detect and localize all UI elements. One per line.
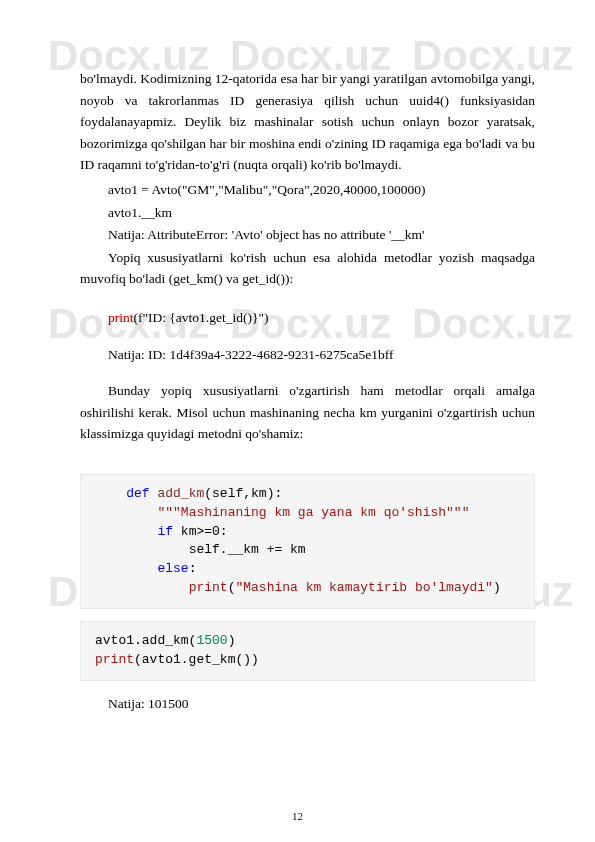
if-keyword: if	[157, 524, 173, 539]
code-call: avto1.add_km(	[95, 633, 196, 648]
print-fn: print	[189, 580, 228, 595]
result-1: Natija: AttributeError: 'Avto' object ha…	[80, 224, 535, 246]
print-args: (avto1.get_km())	[134, 652, 259, 667]
paren-close: )	[228, 633, 236, 648]
else-keyword: else	[157, 561, 188, 576]
number-literal: 1500	[196, 633, 227, 648]
document-content: bo'lmaydi. Kodimizning 12-qatorida esa h…	[0, 0, 595, 745]
paren-close: )	[493, 580, 501, 595]
def-keyword: def	[126, 486, 149, 501]
fn-params: (self,km):	[204, 486, 282, 501]
paragraph-1: bo'lmaydi. Kodimizning 12-qatorida esa h…	[80, 68, 535, 176]
print-args: (f"ID: {avto1.get_id()}")	[134, 310, 269, 325]
function-name: add_km	[150, 486, 205, 501]
page-number: 12	[0, 810, 595, 822]
result-2: Natija: ID: 1d4f39a4-3222-4682-9231-6275…	[80, 344, 535, 366]
print-keyword: print	[108, 310, 134, 325]
print-statement: print(f"ID: {avto1.get_id()}")	[80, 307, 535, 329]
colon: :	[189, 561, 197, 576]
code-line-2: avto1.__km	[80, 202, 535, 224]
paragraph-2: Yopiq xususiyatlarni ko'rish uchun esa a…	[80, 247, 535, 290]
paragraph-3: Bunday yopiq xususiyatlarni o'zgartirish…	[80, 380, 535, 445]
result-3: Natija: 101500	[80, 693, 535, 715]
print-fn: print	[95, 652, 134, 667]
code-statement: self.__km += km	[189, 542, 306, 557]
string-literal: "Mashina km kamaytirib bo'lmaydi"	[235, 580, 492, 595]
if-condition: km>=0:	[173, 524, 228, 539]
code-block-1: def add_km(self,km): """Mashinaning km g…	[80, 474, 535, 609]
code-block-2: avto1.add_km(1500) print(avto1.get_km())	[80, 621, 535, 681]
code-line-1: avto1 = Avto("GM","Malibu","Qora",2020,4…	[80, 179, 535, 201]
docstring: """Mashinaning km ga yana km qo'shish"""	[157, 505, 469, 520]
